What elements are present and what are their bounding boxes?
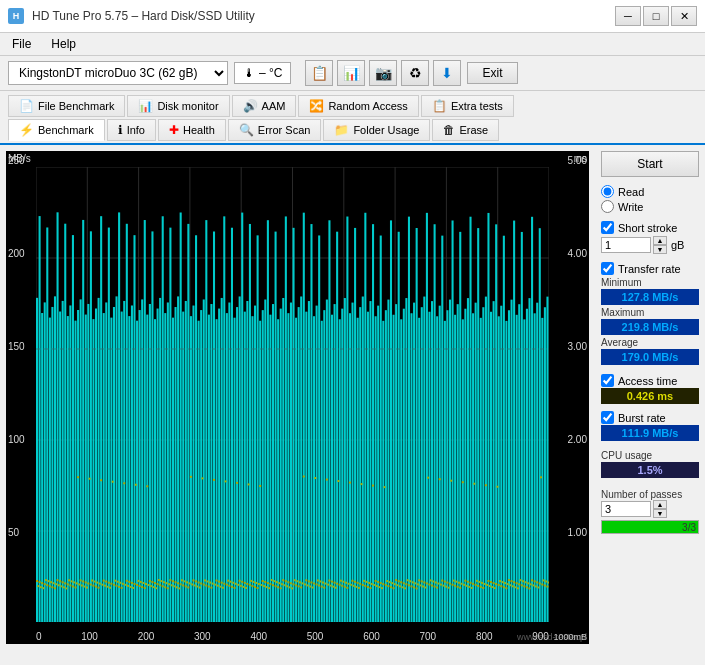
short-stroke-label: Short stroke: [618, 222, 677, 234]
tab-error-scan-label: Error Scan: [258, 124, 311, 136]
camera-icon-btn[interactable]: 📷: [369, 60, 397, 86]
cpu-usage-label: CPU usage: [601, 450, 699, 461]
health-icon: ✚: [169, 123, 179, 137]
read-radio[interactable]: [601, 185, 614, 198]
menu-bar: File Help: [0, 33, 705, 56]
passes-increment[interactable]: ▲: [653, 500, 667, 509]
minimize-button[interactable]: ─: [615, 6, 641, 26]
short-stroke-unit: gB: [671, 239, 684, 251]
chart-x-labels: 0 100 200 300 400 500 600 700 800 900: [36, 631, 549, 642]
cpu-usage-section: CPU usage 1.5%: [601, 448, 699, 479]
average-label: Average: [601, 337, 699, 348]
burst-rate-checkbox-label[interactable]: Burst rate: [601, 411, 699, 424]
tab-random-access[interactable]: 🔀 Random Access: [298, 95, 418, 117]
passes-input[interactable]: [601, 501, 651, 517]
short-stroke-checkbox-label[interactable]: Short stroke: [601, 221, 699, 234]
read-write-radio-group: Read Write: [601, 185, 699, 213]
close-button[interactable]: ✕: [671, 6, 697, 26]
read-label: Read: [618, 186, 644, 198]
app-icon: H: [8, 8, 24, 24]
tab-extra-tests-label: Extra tests: [451, 100, 503, 112]
tab-erase[interactable]: 🗑 Erase: [432, 119, 499, 141]
burst-rate-value: 111.9 MB/s: [601, 425, 699, 441]
start-button[interactable]: Start: [601, 151, 699, 177]
tab-erase-label: Erase: [459, 124, 488, 136]
error-scan-icon: 🔍: [239, 123, 254, 137]
menu-help[interactable]: Help: [47, 35, 80, 53]
short-stroke-decrement[interactable]: ▼: [653, 245, 667, 254]
file-benchmark-icon: 📄: [19, 99, 34, 113]
menu-file[interactable]: File: [8, 35, 35, 53]
write-label: Write: [618, 201, 643, 213]
temperature-value: – °C: [259, 66, 282, 80]
folder-usage-icon: 📁: [334, 123, 349, 137]
tab-health-label: Health: [183, 124, 215, 136]
tab-health[interactable]: ✚ Health: [158, 119, 226, 141]
minimum-value: 127.8 MB/s: [601, 289, 699, 305]
tab-folder-usage-label: Folder Usage: [353, 124, 419, 136]
transfer-rate-checkbox[interactable]: [601, 262, 614, 275]
drive-bar: KingstonDT microDuo 3C (62 gB) 🌡 – °C 📋 …: [0, 56, 705, 91]
benchmark-icon: ⚡: [19, 123, 34, 137]
disk-monitor-icon: 📊: [138, 99, 153, 113]
tab-aam[interactable]: 🔊 AAM: [232, 95, 297, 117]
maximum-label: Maximum: [601, 307, 699, 318]
number-of-passes-label: Number of passes: [601, 489, 699, 500]
short-stroke-increment[interactable]: ▲: [653, 236, 667, 245]
tab-error-scan[interactable]: 🔍 Error Scan: [228, 119, 322, 141]
exit-button[interactable]: Exit: [467, 62, 517, 84]
maximize-button[interactable]: □: [643, 6, 669, 26]
tab-disk-monitor-label: Disk monitor: [157, 100, 218, 112]
refresh-icon-btn[interactable]: ♻: [401, 60, 429, 86]
short-stroke-input[interactable]: [601, 237, 651, 253]
drive-selector[interactable]: KingstonDT microDuo 3C (62 gB): [8, 61, 228, 85]
chart-container: MB/s ms 250 200 150 100 50 5.00 4.00 3.0…: [6, 151, 589, 644]
tab-info-label: Info: [127, 124, 145, 136]
window-controls: ─ □ ✕: [615, 6, 697, 26]
chart-y-left-labels: 250 200 150 100 50: [6, 151, 27, 624]
read-radio-label[interactable]: Read: [601, 185, 699, 198]
tab-info[interactable]: ℹ Info: [107, 119, 156, 141]
short-stroke-checkbox[interactable]: [601, 221, 614, 234]
passes-spinner-row: ▲ ▼: [601, 500, 699, 518]
window-title: HD Tune Pro 5.75 – Hard Disk/SSD Utility: [32, 9, 607, 23]
transfer-rate-checkbox-label[interactable]: Transfer rate: [601, 262, 699, 275]
temperature-display: 🌡 – °C: [234, 62, 291, 84]
progress-bar-container: 3/3: [601, 520, 699, 534]
right-panel: Start Read Write Short stroke ▲ ▼: [595, 145, 705, 650]
tab-extra-tests[interactable]: 📋 Extra tests: [421, 95, 514, 117]
title-bar: H HD Tune Pro 5.75 – Hard Disk/SSD Utili…: [0, 0, 705, 33]
access-time-checkbox-label[interactable]: Access time: [601, 374, 699, 387]
burst-rate-section: Burst rate 111.9 MB/s: [601, 411, 699, 442]
info-icon-btn[interactable]: 📊: [337, 60, 365, 86]
access-time-section: Access time 0.426 ms: [601, 374, 699, 405]
main-area: MB/s ms 250 200 150 100 50 5.00 4.00 3.0…: [0, 145, 705, 650]
tab-file-benchmark[interactable]: 📄 File Benchmark: [8, 95, 125, 117]
erase-icon: 🗑: [443, 123, 455, 137]
burst-rate-label: Burst rate: [618, 412, 666, 424]
random-access-icon: 🔀: [309, 99, 324, 113]
average-value: 179.0 MB/s: [601, 349, 699, 365]
health-icon-btn[interactable]: 📋: [305, 60, 333, 86]
thermometer-icon: 🌡: [243, 66, 255, 80]
minimum-label: Minimum: [601, 277, 699, 288]
tabs-row-1: 📄 File Benchmark 📊 Disk monitor 🔊 AAM 🔀 …: [8, 95, 697, 117]
tab-random-access-label: Random Access: [328, 100, 407, 112]
tab-disk-monitor[interactable]: 📊 Disk monitor: [127, 95, 229, 117]
passes-section: Number of passes ▲ ▼ 3/3: [601, 487, 699, 534]
tab-benchmark[interactable]: ⚡ Benchmark: [8, 119, 105, 141]
benchmark-chart: [36, 167, 549, 622]
passes-decrement[interactable]: ▼: [653, 509, 667, 518]
write-radio-label[interactable]: Write: [601, 200, 699, 213]
tabs-row-2: ⚡ Benchmark ℹ Info ✚ Health 🔍 Error Scan…: [8, 119, 697, 141]
download-icon-btn[interactable]: ⬇: [433, 60, 461, 86]
tab-folder-usage[interactable]: 📁 Folder Usage: [323, 119, 430, 141]
burst-rate-checkbox[interactable]: [601, 411, 614, 424]
chart-y-right-labels: 5.00 4.00 3.00 2.00 1.00: [566, 151, 589, 624]
transfer-rate-section: Transfer rate Minimum 127.8 MB/s Maximum…: [601, 262, 699, 366]
tab-file-benchmark-label: File Benchmark: [38, 100, 114, 112]
progress-text: 3/3: [682, 522, 696, 533]
access-time-checkbox[interactable]: [601, 374, 614, 387]
access-time-label: Access time: [618, 375, 677, 387]
write-radio[interactable]: [601, 200, 614, 213]
